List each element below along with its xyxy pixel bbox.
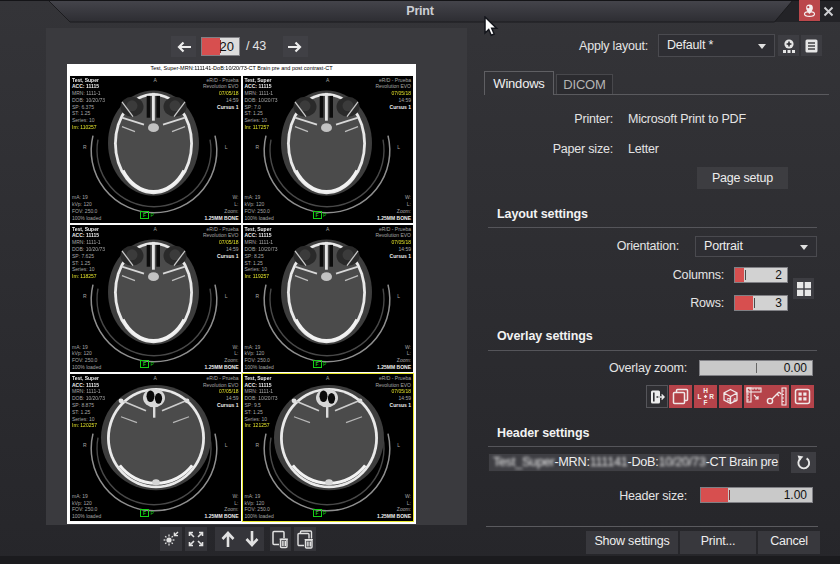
svg-text:F: F xyxy=(704,399,708,406)
svg-text:R: R xyxy=(709,393,714,400)
svg-text:R: R xyxy=(727,397,731,403)
svg-text:H: H xyxy=(703,387,708,394)
svg-text:L: L xyxy=(698,393,702,400)
svg-text:A: A xyxy=(733,397,737,403)
